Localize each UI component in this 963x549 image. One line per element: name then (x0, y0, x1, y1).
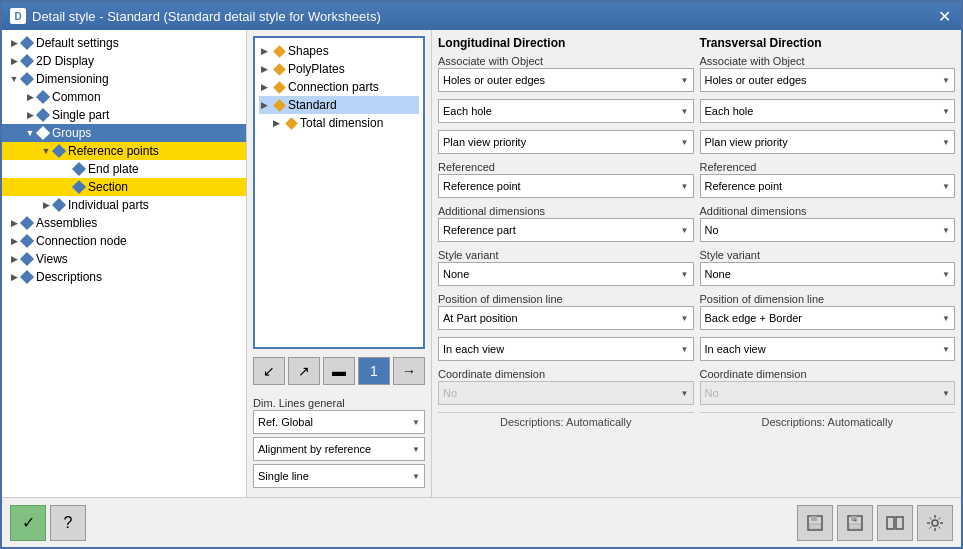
expand-conn-parts[interactable]: ▶ (261, 82, 273, 92)
bottom-toolbar: ✓ ? + (2, 497, 961, 547)
close-button[interactable]: ✕ (935, 7, 953, 25)
trans-style-select[interactable]: None (700, 262, 956, 286)
diamond-icon-refpts (52, 144, 66, 158)
long-style-select-row: None (438, 262, 694, 286)
trans-style-label: Style variant (700, 249, 956, 261)
ctrl-btn-2[interactable]: ↗ (288, 357, 320, 385)
trans-referenced-select[interactable]: Reference point (700, 174, 956, 198)
long-pos-line-label: Position of dimension line (438, 293, 694, 305)
ctrl-btn-4[interactable]: 1 (358, 357, 390, 385)
tree-item-single-part[interactable]: Single part (2, 106, 246, 124)
trans-coord-select[interactable]: No (700, 381, 956, 405)
shapes-icon (273, 45, 286, 58)
long-referenced-select[interactable]: Reference point (438, 174, 694, 198)
polyplates-label: PolyPlates (288, 62, 345, 76)
tree-label-default-settings: Default settings (36, 36, 119, 50)
main-window: D Detail style - Standard (Standard deta… (0, 0, 963, 549)
dim-lines-select3[interactable]: Single line (253, 464, 425, 488)
long-coord-select[interactable]: No (438, 381, 694, 405)
long-assoc-select[interactable]: Holes or outer edges (438, 68, 694, 92)
trans-opt2-select[interactable]: Each hole (700, 99, 956, 123)
shapes-label: Shapes (288, 44, 329, 58)
tree-item-connection-node[interactable]: Connection node (2, 232, 246, 250)
trans-assoc-select[interactable]: Holes or outer edges (700, 68, 956, 92)
standard-label: Standard (288, 98, 337, 112)
tree-label-common: Common (52, 90, 101, 104)
tree-item-groups[interactable]: Groups (2, 124, 246, 142)
tree-item-end-plate[interactable]: End plate (2, 160, 246, 178)
trans-opt3-select-row: Plan view priority (700, 130, 956, 154)
long-descriptions: Descriptions: Automatically (438, 412, 694, 491)
long-additional-select-row: Reference part (438, 218, 694, 242)
save-icon-1 (805, 513, 825, 533)
dim-lines-select1[interactable]: Ref. Global (253, 410, 425, 434)
trans-opt2-group: Each hole (700, 99, 956, 123)
diamond-icon-2d (20, 54, 34, 68)
tree-item-views[interactable]: Views (2, 250, 246, 268)
trans-pos-line2-select[interactable]: In each view (700, 337, 956, 361)
standard-item[interactable]: ▶ Standard (259, 96, 419, 114)
long-pos-line2-select[interactable]: In each view (438, 337, 694, 361)
layout-button[interactable] (877, 505, 913, 541)
check-button[interactable]: ✓ (10, 505, 46, 541)
trans-pos-line2-select-row: In each view (700, 337, 956, 361)
tree-label-2d-display: 2D Display (36, 54, 94, 68)
svg-rect-2 (809, 524, 821, 529)
long-referenced-group: Referenced Reference point (438, 161, 694, 198)
long-pos-line-select[interactable]: At Part position (438, 306, 694, 330)
long-additional-label: Additional dimensions (438, 205, 694, 217)
ctrl-btn-5[interactable]: → (393, 357, 425, 385)
long-style-label: Style variant (438, 249, 694, 261)
svg-text:+: + (853, 517, 857, 524)
tree-label-assemblies: Assemblies (36, 216, 97, 230)
tree-item-reference-points[interactable]: Reference points (2, 142, 246, 160)
tree-item-2d-display[interactable]: 2D Display (2, 52, 246, 70)
tree-item-section[interactable]: Section (2, 178, 246, 196)
settings-button[interactable] (917, 505, 953, 541)
dim-lines-select2[interactable]: Alignment by reference (253, 437, 425, 461)
dim-lines-select3-wrapper: Single line (253, 464, 425, 488)
long-opt2-group: Each hole (438, 99, 694, 123)
tree-item-assemblies[interactable]: Assemblies (2, 214, 246, 232)
long-style-select[interactable]: None (438, 262, 694, 286)
long-additional-select[interactable]: Reference part (438, 218, 694, 242)
trans-pos-line-select[interactable]: Back edge + Border (700, 306, 956, 330)
question-button[interactable]: ? (50, 505, 86, 541)
trans-pos-line2-group: In each view (700, 337, 956, 361)
conn-parts-label: Connection parts (288, 80, 379, 94)
long-opt3-select[interactable]: Plan view priority (438, 130, 694, 154)
tree-item-individual-parts[interactable]: Individual parts (2, 196, 246, 214)
ctrl-btn-3[interactable]: ▬ (323, 357, 355, 385)
svg-rect-8 (896, 517, 903, 529)
trans-additional-select[interactable]: No (700, 218, 956, 242)
expand-shapes[interactable]: ▶ (261, 46, 273, 56)
shapes-tree-box[interactable]: ▶ Shapes ▶ PolyPlates ▶ Connection parts… (253, 36, 425, 349)
trans-assoc-group: Associate with Object Holes or outer edg… (700, 55, 956, 92)
tree-item-dimensioning[interactable]: Dimensioning (2, 70, 246, 88)
ctrl-btn-1[interactable]: ↙ (253, 357, 285, 385)
save-button-1[interactable] (797, 505, 833, 541)
tree-label-end-plate: End plate (88, 162, 139, 176)
trans-pos-line-select-row: Back edge + Border (700, 306, 956, 330)
diamond-icon-assemblies (20, 216, 34, 230)
connection-parts-item[interactable]: ▶ Connection parts (259, 78, 419, 96)
expand-polyplates[interactable]: ▶ (261, 64, 273, 74)
save-button-2[interactable]: + (837, 505, 873, 541)
shapes-item[interactable]: ▶ Shapes (259, 42, 419, 60)
expand-total-dim[interactable]: ▶ (273, 118, 285, 128)
trans-opt3-select[interactable]: Plan view priority (700, 130, 956, 154)
tree-label-connection-node: Connection node (36, 234, 127, 248)
expand-standard[interactable]: ▶ (261, 100, 273, 110)
content-area: Default settings 2D Display Dimensioning (2, 30, 961, 497)
long-pos-line-group: Position of dimension line At Part posit… (438, 293, 694, 330)
tree-item-common[interactable]: Common (2, 88, 246, 106)
total-dim-item[interactable]: ▶ Total dimension (259, 114, 419, 132)
tree-item-descriptions[interactable]: Descriptions (2, 268, 246, 286)
tree-item-default-settings[interactable]: Default settings (2, 34, 246, 52)
trans-referenced-select-row: Reference point (700, 174, 956, 198)
long-pos-line2-group: In each view (438, 337, 694, 361)
long-opt2-select[interactable]: Each hole (438, 99, 694, 123)
tree-label-dimensioning: Dimensioning (36, 72, 109, 86)
polyplates-item[interactable]: ▶ PolyPlates (259, 60, 419, 78)
long-opt2-select-row: Each hole (438, 99, 694, 123)
